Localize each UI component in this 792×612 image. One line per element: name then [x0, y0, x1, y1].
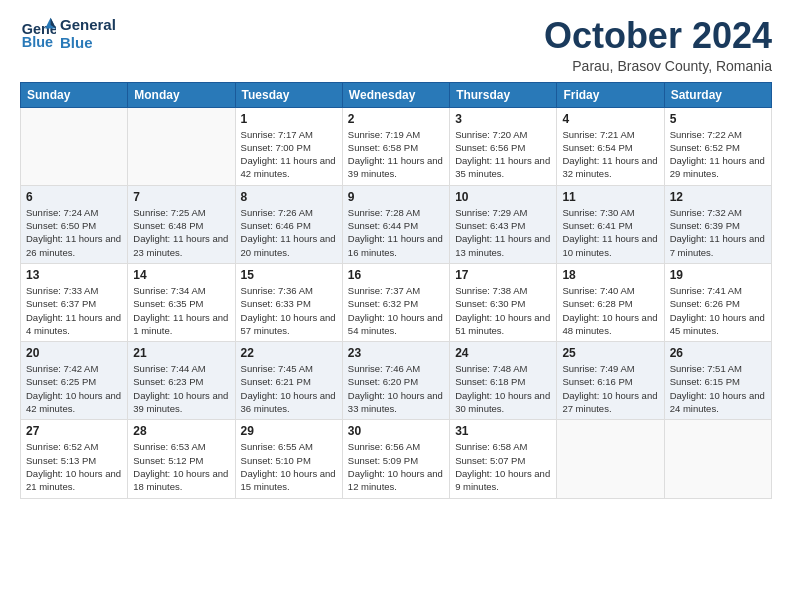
day-number: 27: [26, 424, 122, 438]
calendar-cell: 14Sunrise: 7:34 AMSunset: 6:35 PMDayligh…: [128, 263, 235, 341]
day-detail: Sunrise: 7:24 AMSunset: 6:50 PMDaylight:…: [26, 206, 122, 259]
day-number: 19: [670, 268, 766, 282]
day-number: 10: [455, 190, 551, 204]
day-detail: Sunrise: 7:40 AMSunset: 6:28 PMDaylight:…: [562, 284, 658, 337]
day-number: 25: [562, 346, 658, 360]
day-header-sunday: Sunday: [21, 82, 128, 107]
calendar-cell: 7Sunrise: 7:25 AMSunset: 6:48 PMDaylight…: [128, 185, 235, 263]
day-number: 21: [133, 346, 229, 360]
day-detail: Sunrise: 7:44 AMSunset: 6:23 PMDaylight:…: [133, 362, 229, 415]
svg-text:Blue: Blue: [22, 34, 53, 50]
day-detail: Sunrise: 7:20 AMSunset: 6:56 PMDaylight:…: [455, 128, 551, 181]
calendar-cell: 21Sunrise: 7:44 AMSunset: 6:23 PMDayligh…: [128, 342, 235, 420]
day-detail: Sunrise: 6:58 AMSunset: 5:07 PMDaylight:…: [455, 440, 551, 493]
day-number: 12: [670, 190, 766, 204]
day-detail: Sunrise: 7:22 AMSunset: 6:52 PMDaylight:…: [670, 128, 766, 181]
day-number: 29: [241, 424, 337, 438]
day-number: 15: [241, 268, 337, 282]
day-detail: Sunrise: 7:28 AMSunset: 6:44 PMDaylight:…: [348, 206, 444, 259]
day-detail: Sunrise: 7:49 AMSunset: 6:16 PMDaylight:…: [562, 362, 658, 415]
calendar-week-4: 20Sunrise: 7:42 AMSunset: 6:25 PMDayligh…: [21, 342, 772, 420]
day-number: 30: [348, 424, 444, 438]
calendar-cell: 2Sunrise: 7:19 AMSunset: 6:58 PMDaylight…: [342, 107, 449, 185]
day-number: 22: [241, 346, 337, 360]
calendar-cell: 10Sunrise: 7:29 AMSunset: 6:43 PMDayligh…: [450, 185, 557, 263]
calendar-cell: 26Sunrise: 7:51 AMSunset: 6:15 PMDayligh…: [664, 342, 771, 420]
day-detail: Sunrise: 7:25 AMSunset: 6:48 PMDaylight:…: [133, 206, 229, 259]
day-header-wednesday: Wednesday: [342, 82, 449, 107]
calendar-header-row: SundayMondayTuesdayWednesdayThursdayFrid…: [21, 82, 772, 107]
day-number: 28: [133, 424, 229, 438]
calendar-week-5: 27Sunrise: 6:52 AMSunset: 5:13 PMDayligh…: [21, 420, 772, 498]
day-detail: Sunrise: 7:46 AMSunset: 6:20 PMDaylight:…: [348, 362, 444, 415]
calendar-week-2: 6Sunrise: 7:24 AMSunset: 6:50 PMDaylight…: [21, 185, 772, 263]
day-number: 16: [348, 268, 444, 282]
day-detail: Sunrise: 6:53 AMSunset: 5:12 PMDaylight:…: [133, 440, 229, 493]
day-number: 9: [348, 190, 444, 204]
day-header-thursday: Thursday: [450, 82, 557, 107]
calendar-cell: 4Sunrise: 7:21 AMSunset: 6:54 PMDaylight…: [557, 107, 664, 185]
calendar-cell: 6Sunrise: 7:24 AMSunset: 6:50 PMDaylight…: [21, 185, 128, 263]
calendar-cell: [128, 107, 235, 185]
calendar-cell: 11Sunrise: 7:30 AMSunset: 6:41 PMDayligh…: [557, 185, 664, 263]
calendar: SundayMondayTuesdayWednesdayThursdayFrid…: [20, 82, 772, 499]
day-number: 18: [562, 268, 658, 282]
calendar-cell: 16Sunrise: 7:37 AMSunset: 6:32 PMDayligh…: [342, 263, 449, 341]
calendar-cell: 20Sunrise: 7:42 AMSunset: 6:25 PMDayligh…: [21, 342, 128, 420]
day-number: 2: [348, 112, 444, 126]
day-header-friday: Friday: [557, 82, 664, 107]
calendar-cell: 19Sunrise: 7:41 AMSunset: 6:26 PMDayligh…: [664, 263, 771, 341]
calendar-week-1: 1Sunrise: 7:17 AMSunset: 7:00 PMDaylight…: [21, 107, 772, 185]
day-number: 4: [562, 112, 658, 126]
calendar-cell: 3Sunrise: 7:20 AMSunset: 6:56 PMDaylight…: [450, 107, 557, 185]
calendar-cell: 17Sunrise: 7:38 AMSunset: 6:30 PMDayligh…: [450, 263, 557, 341]
logo-text-blue: Blue: [60, 34, 116, 52]
day-header-tuesday: Tuesday: [235, 82, 342, 107]
day-number: 17: [455, 268, 551, 282]
logo: General Blue General Blue: [20, 16, 116, 52]
calendar-cell: 31Sunrise: 6:58 AMSunset: 5:07 PMDayligh…: [450, 420, 557, 498]
calendar-cell: 30Sunrise: 6:56 AMSunset: 5:09 PMDayligh…: [342, 420, 449, 498]
page: General Blue General Blue October 2024 P…: [0, 0, 792, 612]
day-detail: Sunrise: 7:38 AMSunset: 6:30 PMDaylight:…: [455, 284, 551, 337]
calendar-cell: 18Sunrise: 7:40 AMSunset: 6:28 PMDayligh…: [557, 263, 664, 341]
day-number: 11: [562, 190, 658, 204]
calendar-cell: 1Sunrise: 7:17 AMSunset: 7:00 PMDaylight…: [235, 107, 342, 185]
day-detail: Sunrise: 7:37 AMSunset: 6:32 PMDaylight:…: [348, 284, 444, 337]
day-number: 6: [26, 190, 122, 204]
calendar-cell: 24Sunrise: 7:48 AMSunset: 6:18 PMDayligh…: [450, 342, 557, 420]
calendar-cell: [21, 107, 128, 185]
day-number: 5: [670, 112, 766, 126]
day-detail: Sunrise: 7:29 AMSunset: 6:43 PMDaylight:…: [455, 206, 551, 259]
calendar-cell: 9Sunrise: 7:28 AMSunset: 6:44 PMDaylight…: [342, 185, 449, 263]
day-number: 7: [133, 190, 229, 204]
month-title: October 2024: [544, 16, 772, 56]
day-detail: Sunrise: 7:17 AMSunset: 7:00 PMDaylight:…: [241, 128, 337, 181]
calendar-cell: 12Sunrise: 7:32 AMSunset: 6:39 PMDayligh…: [664, 185, 771, 263]
day-detail: Sunrise: 7:36 AMSunset: 6:33 PMDaylight:…: [241, 284, 337, 337]
day-detail: Sunrise: 6:55 AMSunset: 5:10 PMDaylight:…: [241, 440, 337, 493]
day-detail: Sunrise: 7:42 AMSunset: 6:25 PMDaylight:…: [26, 362, 122, 415]
calendar-cell: 25Sunrise: 7:49 AMSunset: 6:16 PMDayligh…: [557, 342, 664, 420]
calendar-cell: [557, 420, 664, 498]
day-detail: Sunrise: 6:52 AMSunset: 5:13 PMDaylight:…: [26, 440, 122, 493]
day-header-monday: Monday: [128, 82, 235, 107]
day-number: 23: [348, 346, 444, 360]
day-detail: Sunrise: 6:56 AMSunset: 5:09 PMDaylight:…: [348, 440, 444, 493]
day-detail: Sunrise: 7:48 AMSunset: 6:18 PMDaylight:…: [455, 362, 551, 415]
day-detail: Sunrise: 7:19 AMSunset: 6:58 PMDaylight:…: [348, 128, 444, 181]
day-number: 24: [455, 346, 551, 360]
day-detail: Sunrise: 7:30 AMSunset: 6:41 PMDaylight:…: [562, 206, 658, 259]
calendar-cell: [664, 420, 771, 498]
day-detail: Sunrise: 7:33 AMSunset: 6:37 PMDaylight:…: [26, 284, 122, 337]
logo-icon: General Blue: [20, 16, 56, 52]
day-detail: Sunrise: 7:21 AMSunset: 6:54 PMDaylight:…: [562, 128, 658, 181]
day-detail: Sunrise: 7:41 AMSunset: 6:26 PMDaylight:…: [670, 284, 766, 337]
calendar-cell: 28Sunrise: 6:53 AMSunset: 5:12 PMDayligh…: [128, 420, 235, 498]
day-number: 20: [26, 346, 122, 360]
day-detail: Sunrise: 7:45 AMSunset: 6:21 PMDaylight:…: [241, 362, 337, 415]
day-detail: Sunrise: 7:34 AMSunset: 6:35 PMDaylight:…: [133, 284, 229, 337]
calendar-week-3: 13Sunrise: 7:33 AMSunset: 6:37 PMDayligh…: [21, 263, 772, 341]
header: General Blue General Blue October 2024 P…: [20, 16, 772, 74]
calendar-cell: 5Sunrise: 7:22 AMSunset: 6:52 PMDaylight…: [664, 107, 771, 185]
